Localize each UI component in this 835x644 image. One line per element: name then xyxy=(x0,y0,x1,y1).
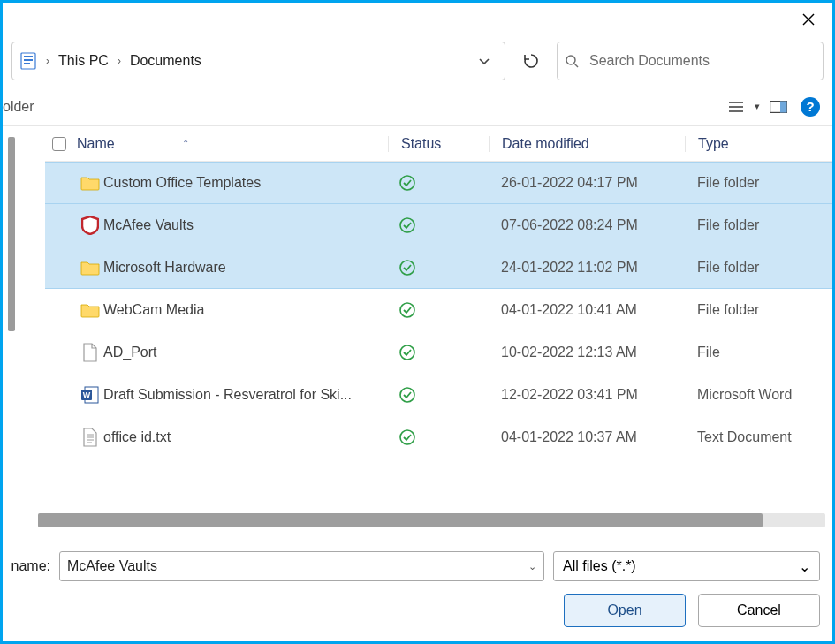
sync-status-icon xyxy=(388,386,489,404)
select-all-checkbox[interactable] xyxy=(52,137,66,151)
refresh-icon xyxy=(522,52,540,70)
filter-value: All files (*.*) xyxy=(563,558,636,574)
sync-status-icon xyxy=(388,216,489,234)
svg-point-13 xyxy=(400,176,414,190)
preview-pane-button[interactable] xyxy=(763,92,793,122)
file-type: Text Document xyxy=(685,429,832,445)
text-icon xyxy=(77,428,103,447)
svg-point-21 xyxy=(400,388,414,402)
view-dropdown[interactable]: ▾ xyxy=(751,92,763,122)
svg-point-17 xyxy=(400,345,414,360)
search-icon xyxy=(565,54,579,68)
file-date: 26-01-2022 04:17 PM xyxy=(489,175,685,191)
blank-icon xyxy=(77,343,103,362)
file-row[interactable]: AD_Port10-02-2022 12:13 AMFile xyxy=(45,331,832,374)
filename-value: McAfee Vaults xyxy=(67,558,157,574)
folder-icon xyxy=(77,302,103,318)
sync-status-icon xyxy=(388,259,489,277)
horizontal-scrollbar[interactable] xyxy=(38,513,825,527)
file-date: 04-01-2022 10:37 AM xyxy=(489,429,685,445)
nav-pane-scrollbar[interactable] xyxy=(3,126,19,508)
file-name: AD_Port xyxy=(103,345,388,360)
file-date: 12-02-2022 03:41 PM xyxy=(489,387,685,403)
file-name: office id.txt xyxy=(103,429,388,445)
svg-rect-5 xyxy=(24,63,30,64)
file-name: Draft Submission - Resveratrol for Ski..… xyxy=(103,387,388,403)
column-status[interactable]: Status xyxy=(388,136,489,152)
file-date: 07-06-2022 08:24 PM xyxy=(489,217,685,233)
list-view-icon xyxy=(728,101,744,113)
location-icon xyxy=(19,51,37,71)
cancel-button[interactable]: Cancel xyxy=(698,594,820,627)
file-type: Microsoft Word xyxy=(685,387,832,403)
svg-point-15 xyxy=(400,261,414,275)
sync-status-icon xyxy=(388,301,489,319)
column-date[interactable]: Date modified xyxy=(489,136,685,152)
sync-status-icon xyxy=(388,344,489,361)
file-type: File xyxy=(685,345,832,360)
file-type: File folder xyxy=(685,175,832,191)
sort-ascending-icon: ⌃ xyxy=(182,139,189,148)
breadcrumb-this-pc[interactable]: This PC xyxy=(55,49,112,72)
file-name: WebCam Media xyxy=(103,302,388,318)
chevron-right-icon[interactable]: › xyxy=(41,55,55,67)
breadcrumb-documents[interactable]: Documents xyxy=(126,49,205,72)
close-icon xyxy=(802,13,815,26)
file-name: Microsoft Hardware xyxy=(103,260,388,276)
chevron-down-icon: ⌄ xyxy=(799,558,810,575)
column-headers: Name ⌃ Status Date modified Type xyxy=(45,126,832,162)
word-icon: W xyxy=(77,385,103,405)
chevron-right-icon[interactable]: › xyxy=(112,55,126,67)
svg-point-26 xyxy=(400,430,414,444)
view-list-button[interactable] xyxy=(721,92,751,122)
file-type-filter[interactable]: All files (*.*) ⌄ xyxy=(553,551,820,581)
svg-point-14 xyxy=(400,218,414,232)
file-date: 24-01-2022 11:02 PM xyxy=(489,260,685,276)
mcafee-icon xyxy=(77,216,103,235)
column-name[interactable]: Name ⌃ xyxy=(77,136,388,152)
close-button[interactable] xyxy=(790,3,827,36)
file-row[interactable]: WebCam Media04-01-2022 10:41 AMFile fold… xyxy=(45,289,832,331)
svg-text:W: W xyxy=(83,390,91,399)
file-type: File folder xyxy=(685,302,832,318)
search-placeholder: Search Documents xyxy=(589,53,710,69)
file-type: File folder xyxy=(685,260,832,276)
column-type[interactable]: Type xyxy=(685,136,832,152)
filename-label: name: xyxy=(3,558,50,574)
file-open-dialog: › This PC › Documents xyxy=(0,0,835,644)
open-button[interactable]: Open xyxy=(564,594,686,627)
sync-status-icon xyxy=(388,428,489,446)
search-input[interactable]: Search Documents xyxy=(557,42,824,80)
help-icon: ? xyxy=(806,99,814,114)
refresh-button[interactable] xyxy=(514,42,548,80)
toolbar-organize-truncated[interactable]: older xyxy=(3,99,34,115)
toolbar: older ▾ ? xyxy=(3,87,832,126)
address-dropdown[interactable] xyxy=(478,55,499,67)
file-row[interactable]: WDraft Submission - Resveratrol for Ski.… xyxy=(45,374,832,416)
chevron-down-icon[interactable]: ⌄ xyxy=(528,561,536,572)
file-row[interactable]: Microsoft Hardware24-01-2022 11:02 PMFil… xyxy=(45,246,832,289)
file-row[interactable]: McAfee Vaults07-06-2022 08:24 PMFile fol… xyxy=(45,204,832,246)
folder-icon xyxy=(77,260,103,276)
file-date: 04-01-2022 10:41 AM xyxy=(489,302,685,318)
file-name: Custom Office Templates xyxy=(103,175,388,191)
address-bar[interactable]: › This PC › Documents xyxy=(11,42,505,80)
sync-status-icon xyxy=(388,174,489,192)
titlebar xyxy=(3,3,832,40)
file-row[interactable]: office id.txt04-01-2022 10:37 AMText Doc… xyxy=(45,416,832,458)
folder-icon xyxy=(77,175,103,191)
svg-line-7 xyxy=(574,64,578,67)
preview-pane-icon xyxy=(770,101,787,113)
svg-point-6 xyxy=(566,56,575,64)
file-row[interactable]: Custom Office Templates26-01-2022 04:17 … xyxy=(45,162,832,204)
svg-point-16 xyxy=(400,303,414,317)
file-name: McAfee Vaults xyxy=(103,217,388,233)
help-button[interactable]: ? xyxy=(801,97,820,117)
svg-rect-12 xyxy=(780,101,787,112)
filename-input[interactable]: McAfee Vaults ⌄ xyxy=(59,551,544,581)
file-date: 10-02-2022 12:13 AM xyxy=(489,345,685,360)
svg-rect-4 xyxy=(24,59,33,61)
svg-rect-3 xyxy=(24,56,33,57)
file-type: File folder xyxy=(685,217,832,233)
chevron-down-icon xyxy=(478,55,490,67)
